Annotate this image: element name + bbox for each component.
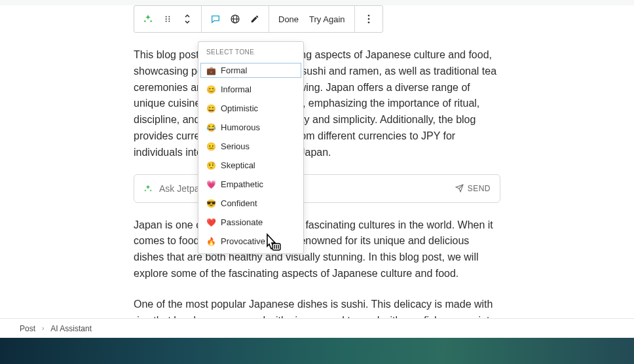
tone-option-informal[interactable]: 😊Informal	[198, 80, 303, 99]
drag-handle-icon[interactable]	[158, 9, 177, 29]
svg-point-0	[166, 16, 167, 18]
tone-option-confident[interactable]: 😎Confident	[198, 194, 303, 213]
more-options-icon[interactable]	[359, 9, 379, 29]
tone-option-empathetic[interactable]: 💗Empathetic	[198, 175, 303, 194]
svg-point-2	[166, 18, 167, 20]
bottom-decoration	[0, 338, 634, 364]
tone-emoji-icon: 🔥	[206, 237, 215, 246]
ask-jetpack-box: SEND	[134, 174, 500, 203]
tone-emoji-icon: 😊	[206, 85, 215, 94]
done-button[interactable]: Done	[273, 9, 304, 29]
tone-dropdown: SELECT TONE 💼Formal😊Informal😄Optimistic😂…	[198, 41, 304, 254]
tone-option-label: Serious	[221, 141, 250, 151]
tone-emoji-icon: 💼	[206, 66, 215, 75]
content-wrap: Done Try Again SELECT TONE 💼Formal😊Infor…	[127, 5, 507, 361]
summary-paragraph: This blog post explores the fascinating …	[127, 47, 507, 161]
tone-option-humorous[interactable]: 😂Humorous	[198, 118, 303, 137]
tone-emoji-icon: 😂	[206, 123, 215, 132]
tone-option-label: Informal	[221, 84, 252, 94]
tone-option-label: Provocative	[221, 236, 265, 246]
breadcrumb-current[interactable]: AI Assistant	[50, 324, 92, 333]
tone-option-optimistic[interactable]: 😄Optimistic	[198, 99, 303, 118]
move-updown-icon[interactable]	[177, 9, 197, 29]
chevron-right-icon: ›	[42, 325, 44, 332]
editor-area: Done Try Again SELECT TONE 💼Formal😊Infor…	[0, 5, 634, 343]
tone-option-label: Passionate	[221, 217, 263, 227]
block-toolbar: Done Try Again	[134, 5, 383, 33]
tone-option-label: Optimistic	[221, 103, 258, 113]
tone-option-label: Formal	[221, 65, 247, 75]
tone-option-label: Confident	[221, 198, 257, 208]
try-again-button[interactable]: Try Again	[304, 9, 350, 29]
dropdown-header: SELECT TONE	[198, 42, 303, 61]
tone-emoji-icon: ❤️	[206, 218, 215, 227]
tone-option-passionate[interactable]: ❤️Passionate	[198, 213, 303, 232]
tone-option-skeptical[interactable]: 🤨Skeptical	[198, 156, 303, 175]
body-paragraph-1[interactable]: Japan is one of the most unique and fasc…	[127, 217, 507, 282]
send-icon	[455, 184, 464, 192]
svg-point-11	[367, 22, 369, 24]
svg-point-5	[168, 21, 170, 22]
tone-option-formal[interactable]: 💼Formal	[198, 61, 303, 80]
tone-option-serious[interactable]: 😐Serious	[198, 137, 303, 156]
svg-point-9	[367, 14, 369, 16]
send-button[interactable]: SEND	[455, 184, 491, 193]
tone-option-provocative[interactable]: 🔥Provocative	[198, 232, 303, 251]
pencil-icon[interactable]	[245, 9, 265, 29]
tone-option-label: Empathetic	[221, 179, 263, 189]
tone-emoji-icon: 😄	[206, 104, 215, 113]
breadcrumb: Post › AI Assistant	[0, 318, 634, 338]
svg-point-3	[168, 18, 170, 20]
chat-icon[interactable]	[206, 9, 225, 29]
svg-point-4	[166, 21, 167, 22]
tone-emoji-icon: 😐	[206, 142, 215, 151]
tone-emoji-icon: 😎	[206, 199, 215, 208]
send-label: SEND	[468, 184, 491, 193]
svg-point-10	[367, 18, 369, 20]
globe-icon[interactable]	[225, 9, 245, 29]
tone-option-label: Humorous	[221, 122, 260, 132]
ai-sparkle-icon[interactable]	[138, 9, 158, 29]
svg-point-1	[168, 16, 170, 18]
tone-emoji-icon: 🤨	[206, 161, 215, 170]
breadcrumb-root[interactable]: Post	[20, 324, 35, 333]
ai-sparkle-icon	[143, 184, 153, 193]
tone-option-label: Skeptical	[221, 160, 255, 170]
tone-emoji-icon: 💗	[206, 180, 215, 189]
